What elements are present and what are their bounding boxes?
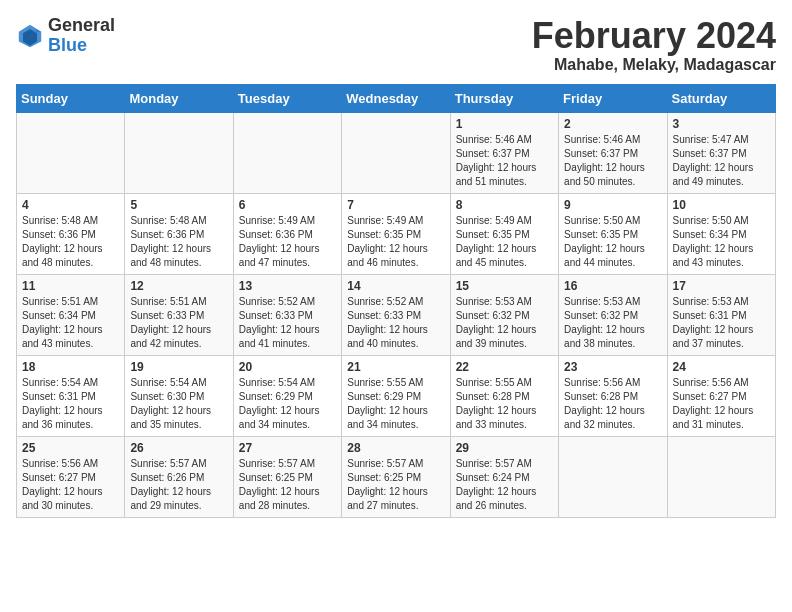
day-detail: Sunrise: 5:52 AM Sunset: 6:33 PM Dayligh… — [239, 295, 336, 351]
day-detail: Sunrise: 5:46 AM Sunset: 6:37 PM Dayligh… — [564, 133, 661, 189]
day-number: 8 — [456, 198, 553, 212]
day-detail: Sunrise: 5:49 AM Sunset: 6:35 PM Dayligh… — [456, 214, 553, 270]
calendar-cell: 29Sunrise: 5:57 AM Sunset: 6:24 PM Dayli… — [450, 436, 558, 517]
header: General Blue February 2024 Mahabe, Melak… — [16, 16, 776, 74]
day-number: 3 — [673, 117, 770, 131]
logo-general: General — [48, 16, 115, 36]
day-detail: Sunrise: 5:54 AM Sunset: 6:29 PM Dayligh… — [239, 376, 336, 432]
calendar-cell: 19Sunrise: 5:54 AM Sunset: 6:30 PM Dayli… — [125, 355, 233, 436]
calendar-cell: 21Sunrise: 5:55 AM Sunset: 6:29 PM Dayli… — [342, 355, 450, 436]
day-detail: Sunrise: 5:53 AM Sunset: 6:32 PM Dayligh… — [456, 295, 553, 351]
calendar-cell: 6Sunrise: 5:49 AM Sunset: 6:36 PM Daylig… — [233, 193, 341, 274]
calendar-table: SundayMondayTuesdayWednesdayThursdayFrid… — [16, 84, 776, 518]
day-number: 5 — [130, 198, 227, 212]
calendar-cell — [233, 112, 341, 193]
day-detail: Sunrise: 5:55 AM Sunset: 6:29 PM Dayligh… — [347, 376, 444, 432]
calendar-cell — [125, 112, 233, 193]
calendar-cell: 28Sunrise: 5:57 AM Sunset: 6:25 PM Dayli… — [342, 436, 450, 517]
calendar-cell: 10Sunrise: 5:50 AM Sunset: 6:34 PM Dayli… — [667, 193, 775, 274]
day-detail: Sunrise: 5:55 AM Sunset: 6:28 PM Dayligh… — [456, 376, 553, 432]
calendar-cell: 17Sunrise: 5:53 AM Sunset: 6:31 PM Dayli… — [667, 274, 775, 355]
day-detail: Sunrise: 5:49 AM Sunset: 6:36 PM Dayligh… — [239, 214, 336, 270]
logo-icon — [16, 22, 44, 50]
week-row-2: 11Sunrise: 5:51 AM Sunset: 6:34 PM Dayli… — [17, 274, 776, 355]
day-number: 14 — [347, 279, 444, 293]
day-number: 19 — [130, 360, 227, 374]
logo-blue: Blue — [48, 36, 115, 56]
calendar-cell — [559, 436, 667, 517]
calendar-cell: 5Sunrise: 5:48 AM Sunset: 6:36 PM Daylig… — [125, 193, 233, 274]
calendar-cell: 2Sunrise: 5:46 AM Sunset: 6:37 PM Daylig… — [559, 112, 667, 193]
calendar-cell: 12Sunrise: 5:51 AM Sunset: 6:33 PM Dayli… — [125, 274, 233, 355]
day-number: 16 — [564, 279, 661, 293]
day-detail: Sunrise: 5:52 AM Sunset: 6:33 PM Dayligh… — [347, 295, 444, 351]
day-number: 21 — [347, 360, 444, 374]
day-number: 10 — [673, 198, 770, 212]
week-row-4: 25Sunrise: 5:56 AM Sunset: 6:27 PM Dayli… — [17, 436, 776, 517]
day-number: 15 — [456, 279, 553, 293]
day-number: 24 — [673, 360, 770, 374]
day-number: 22 — [456, 360, 553, 374]
calendar-cell — [17, 112, 125, 193]
day-number: 1 — [456, 117, 553, 131]
day-detail: Sunrise: 5:54 AM Sunset: 6:31 PM Dayligh… — [22, 376, 119, 432]
calendar-cell: 22Sunrise: 5:55 AM Sunset: 6:28 PM Dayli… — [450, 355, 558, 436]
header-row: SundayMondayTuesdayWednesdayThursdayFrid… — [17, 84, 776, 112]
day-detail: Sunrise: 5:48 AM Sunset: 6:36 PM Dayligh… — [130, 214, 227, 270]
day-detail: Sunrise: 5:53 AM Sunset: 6:31 PM Dayligh… — [673, 295, 770, 351]
header-cell-wednesday: Wednesday — [342, 84, 450, 112]
day-number: 26 — [130, 441, 227, 455]
calendar-cell: 11Sunrise: 5:51 AM Sunset: 6:34 PM Dayli… — [17, 274, 125, 355]
logo: General Blue — [16, 16, 115, 56]
day-number: 27 — [239, 441, 336, 455]
calendar-cell: 4Sunrise: 5:48 AM Sunset: 6:36 PM Daylig… — [17, 193, 125, 274]
calendar-cell: 13Sunrise: 5:52 AM Sunset: 6:33 PM Dayli… — [233, 274, 341, 355]
day-number: 2 — [564, 117, 661, 131]
day-number: 9 — [564, 198, 661, 212]
calendar-cell: 27Sunrise: 5:57 AM Sunset: 6:25 PM Dayli… — [233, 436, 341, 517]
day-detail: Sunrise: 5:50 AM Sunset: 6:34 PM Dayligh… — [673, 214, 770, 270]
calendar-cell: 3Sunrise: 5:47 AM Sunset: 6:37 PM Daylig… — [667, 112, 775, 193]
logo-text: General Blue — [48, 16, 115, 56]
week-row-1: 4Sunrise: 5:48 AM Sunset: 6:36 PM Daylig… — [17, 193, 776, 274]
day-detail: Sunrise: 5:56 AM Sunset: 6:27 PM Dayligh… — [673, 376, 770, 432]
week-row-0: 1Sunrise: 5:46 AM Sunset: 6:37 PM Daylig… — [17, 112, 776, 193]
calendar-cell: 9Sunrise: 5:50 AM Sunset: 6:35 PM Daylig… — [559, 193, 667, 274]
calendar-cell: 23Sunrise: 5:56 AM Sunset: 6:28 PM Dayli… — [559, 355, 667, 436]
header-cell-tuesday: Tuesday — [233, 84, 341, 112]
calendar-cell — [667, 436, 775, 517]
title-area: February 2024 Mahabe, Melaky, Madagascar — [532, 16, 776, 74]
day-detail: Sunrise: 5:51 AM Sunset: 6:34 PM Dayligh… — [22, 295, 119, 351]
calendar-cell: 8Sunrise: 5:49 AM Sunset: 6:35 PM Daylig… — [450, 193, 558, 274]
day-number: 17 — [673, 279, 770, 293]
day-number: 28 — [347, 441, 444, 455]
day-detail: Sunrise: 5:48 AM Sunset: 6:36 PM Dayligh… — [22, 214, 119, 270]
day-number: 12 — [130, 279, 227, 293]
calendar-cell: 15Sunrise: 5:53 AM Sunset: 6:32 PM Dayli… — [450, 274, 558, 355]
header-cell-sunday: Sunday — [17, 84, 125, 112]
day-detail: Sunrise: 5:57 AM Sunset: 6:26 PM Dayligh… — [130, 457, 227, 513]
calendar-cell: 25Sunrise: 5:56 AM Sunset: 6:27 PM Dayli… — [17, 436, 125, 517]
calendar-cell: 20Sunrise: 5:54 AM Sunset: 6:29 PM Dayli… — [233, 355, 341, 436]
day-number: 6 — [239, 198, 336, 212]
calendar-header: SundayMondayTuesdayWednesdayThursdayFrid… — [17, 84, 776, 112]
day-detail: Sunrise: 5:57 AM Sunset: 6:25 PM Dayligh… — [347, 457, 444, 513]
calendar-cell: 1Sunrise: 5:46 AM Sunset: 6:37 PM Daylig… — [450, 112, 558, 193]
header-cell-saturday: Saturday — [667, 84, 775, 112]
day-number: 23 — [564, 360, 661, 374]
day-detail: Sunrise: 5:51 AM Sunset: 6:33 PM Dayligh… — [130, 295, 227, 351]
day-number: 4 — [22, 198, 119, 212]
week-row-3: 18Sunrise: 5:54 AM Sunset: 6:31 PM Dayli… — [17, 355, 776, 436]
day-detail: Sunrise: 5:56 AM Sunset: 6:28 PM Dayligh… — [564, 376, 661, 432]
day-number: 29 — [456, 441, 553, 455]
day-detail: Sunrise: 5:47 AM Sunset: 6:37 PM Dayligh… — [673, 133, 770, 189]
main-title: February 2024 — [532, 16, 776, 56]
day-detail: Sunrise: 5:54 AM Sunset: 6:30 PM Dayligh… — [130, 376, 227, 432]
calendar-cell: 7Sunrise: 5:49 AM Sunset: 6:35 PM Daylig… — [342, 193, 450, 274]
calendar-cell: 18Sunrise: 5:54 AM Sunset: 6:31 PM Dayli… — [17, 355, 125, 436]
day-number: 11 — [22, 279, 119, 293]
calendar-cell: 24Sunrise: 5:56 AM Sunset: 6:27 PM Dayli… — [667, 355, 775, 436]
calendar-cell: 14Sunrise: 5:52 AM Sunset: 6:33 PM Dayli… — [342, 274, 450, 355]
calendar-cell: 26Sunrise: 5:57 AM Sunset: 6:26 PM Dayli… — [125, 436, 233, 517]
calendar-body: 1Sunrise: 5:46 AM Sunset: 6:37 PM Daylig… — [17, 112, 776, 517]
